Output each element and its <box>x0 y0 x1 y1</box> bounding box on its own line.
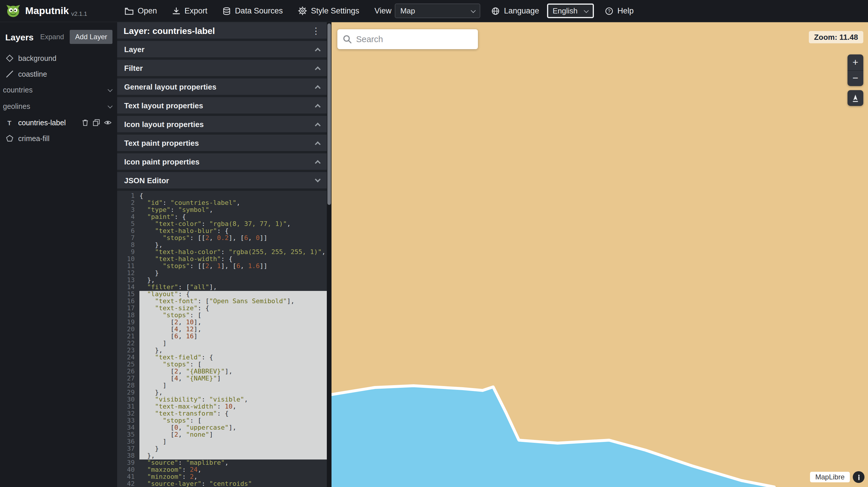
code-line[interactable]: 24 "text-field": { <box>117 354 327 361</box>
code-line[interactable]: 31 "text-max-width": 10, <box>117 403 327 410</box>
zoom-out-button[interactable]: − <box>847 70 863 86</box>
section-layer[interactable]: Layer <box>117 41 327 57</box>
add-layer-button[interactable]: Add Layer <box>70 30 113 44</box>
code-line[interactable]: 26 [2, "{ABBREV}"], <box>117 368 327 375</box>
code-line[interactable]: 11 "stops": [[2, 1], [6, 1.6]] <box>117 263 327 270</box>
code-text[interactable]: } <box>140 446 327 452</box>
code-line[interactable]: 19 [2, 10], <box>117 319 327 326</box>
layer-group-countries[interactable]: countries <box>0 82 117 98</box>
layer-item-background[interactable]: background <box>0 50 117 66</box>
code-text[interactable]: [6, 16] <box>140 333 327 340</box>
code-text[interactable]: [4, "{NAME}"] <box>140 375 327 382</box>
code-line[interactable]: 6 "text-halo-blur": { <box>117 228 327 235</box>
kebab-menu-icon[interactable]: ⋮ <box>312 26 320 35</box>
code-text[interactable]: "text-transform": { <box>140 410 327 417</box>
view-select[interactable]: Map <box>395 3 480 18</box>
panel-scrollbar[interactable] <box>327 22 332 487</box>
code-text[interactable]: "source-layer": "centroids" <box>140 481 327 487</box>
code-text[interactable]: }, <box>140 389 327 396</box>
code-line[interactable]: 2 "id": "countries-label", <box>117 200 327 207</box>
code-text[interactable]: "text-max-width": 10, <box>140 403 327 410</box>
code-text[interactable]: }, <box>140 242 327 249</box>
code-text[interactable]: "layout": { <box>140 291 327 298</box>
section-json-editor[interactable]: JSON Editor <box>117 172 327 189</box>
code-line[interactable]: 41 "minzoom": 2, <box>117 474 327 481</box>
section-filter[interactable]: Filter <box>117 60 327 76</box>
section-text-paint[interactable]: Text paint properties <box>117 135 327 151</box>
code-text[interactable]: }, <box>140 277 327 284</box>
code-line[interactable]: 3 "type": "symbol", <box>117 207 327 214</box>
help-button[interactable]: ? Help <box>597 0 641 22</box>
code-text[interactable]: [2, "{ABBREV}"], <box>140 368 327 375</box>
section-icon-layout[interactable]: Icon layout properties <box>117 116 327 132</box>
code-line[interactable]: 35 [2, "none"] <box>117 431 327 439</box>
open-button[interactable]: Open <box>117 0 164 22</box>
code-line[interactable]: 13 }, <box>117 277 327 284</box>
code-text[interactable]: "text-halo-width": { <box>140 256 327 263</box>
code-text[interactable]: "filter": ["all"], <box>140 284 327 291</box>
code-line[interactable]: 39 "source": "maplibre", <box>117 459 327 466</box>
search-input[interactable] <box>352 29 478 49</box>
json-code[interactable]: 1{2 "id": "countries-label",3 "type": "s… <box>117 191 327 487</box>
code-line[interactable]: 15 "layout": { <box>117 291 327 298</box>
code-line[interactable]: 40 "maxzoom": 24, <box>117 466 327 474</box>
duplicate-layer-button[interactable] <box>93 119 100 126</box>
code-line[interactable]: 7 "stops": [[2, 0.2], [6, 0]] <box>117 235 327 242</box>
export-button[interactable]: Export <box>164 0 215 22</box>
code-line[interactable]: 14 "filter": ["all"], <box>117 284 327 291</box>
code-line[interactable]: 16 "text-font": ["Open Sans Semibold"], <box>117 298 327 305</box>
code-text[interactable]: "text-color": "rgba(8, 37, 77, 1)", <box>140 221 327 228</box>
code-text[interactable]: "stops": [[2, 0.2], [6, 0]] <box>140 235 327 242</box>
code-line[interactable]: 37 } <box>117 446 327 452</box>
layer-item-countries-label[interactable]: T countries-label <box>0 115 117 131</box>
code-text[interactable]: "text-halo-color": "rgba(255, 255, 255, … <box>140 249 327 256</box>
section-text-layout[interactable]: Text layout properties <box>117 97 327 113</box>
code-line[interactable]: 8 }, <box>117 242 327 249</box>
code-text[interactable]: "text-size": { <box>140 305 327 312</box>
section-general-layout[interactable]: General layout properties <box>117 78 327 95</box>
code-text[interactable]: "type": "symbol", <box>140 207 327 214</box>
code-text[interactable]: "stops": [[2, 1], [6, 1.6]] <box>140 263 327 270</box>
map-area[interactable]: Zoom: 11.48 + − MapLibre <box>332 22 868 487</box>
zoom-in-button[interactable]: + <box>847 55 863 70</box>
code-line[interactable]: 20 [4, 12], <box>117 326 327 333</box>
layer-group-geolines[interactable]: geolines <box>0 98 117 115</box>
expand-button[interactable]: Expand <box>40 33 64 41</box>
layer-item-coastline[interactable]: coastline <box>0 66 117 82</box>
code-line[interactable]: 27 [4, "{NAME}"] <box>117 375 327 382</box>
code-line[interactable]: 21 [6, 16] <box>117 333 327 340</box>
code-line[interactable]: 9 "text-halo-color": "rgba(255, 255, 255… <box>117 249 327 256</box>
code-line[interactable]: 30 "visibility": "visible", <box>117 396 327 403</box>
code-line[interactable]: 34 [0, "uppercase"], <box>117 424 327 431</box>
code-line[interactable]: 12 } <box>117 270 327 277</box>
code-line[interactable]: 4 "paint": { <box>117 214 327 221</box>
section-icon-paint[interactable]: Icon paint properties <box>117 153 327 170</box>
code-text[interactable]: "visibility": "visible", <box>140 396 327 403</box>
code-text[interactable]: [2, 10], <box>140 319 327 326</box>
maplibre-label[interactable]: MapLibre <box>810 472 850 482</box>
code-text[interactable]: "minzoom": 2, <box>140 474 327 481</box>
code-text[interactable]: "paint": { <box>140 214 327 221</box>
code-text[interactable]: { <box>140 193 327 200</box>
code-text[interactable]: [4, 12], <box>140 326 327 333</box>
code-text[interactable]: }, <box>140 452 327 459</box>
code-line[interactable]: 38 }, <box>117 452 327 459</box>
code-text[interactable]: "source": "maplibre", <box>140 459 327 466</box>
scrollbar-thumb[interactable] <box>328 24 331 205</box>
code-line[interactable]: 23 }, <box>117 347 327 354</box>
code-text[interactable]: [0, "uppercase"], <box>140 424 327 431</box>
compass-button[interactable] <box>847 90 863 106</box>
code-line[interactable]: 10 "text-halo-width": { <box>117 256 327 263</box>
code-line[interactable]: 28 ] <box>117 382 327 389</box>
code-line[interactable]: 1{ <box>117 193 327 200</box>
style-settings-button[interactable]: Style Settings <box>290 0 367 22</box>
code-text[interactable]: "stops": [ <box>140 312 327 319</box>
code-text[interactable]: "text-halo-blur": { <box>140 228 327 235</box>
code-text[interactable]: "stops": [ <box>140 417 327 424</box>
code-line[interactable]: 17 "text-size": { <box>117 305 327 312</box>
language-select[interactable]: English <box>547 3 594 18</box>
code-text[interactable]: "maxzoom": 24, <box>140 466 327 474</box>
code-text[interactable]: "text-font": ["Open Sans Semibold"], <box>140 298 327 305</box>
attribution-info-button[interactable] <box>853 471 865 483</box>
code-text[interactable]: [2, "none"] <box>140 431 327 439</box>
